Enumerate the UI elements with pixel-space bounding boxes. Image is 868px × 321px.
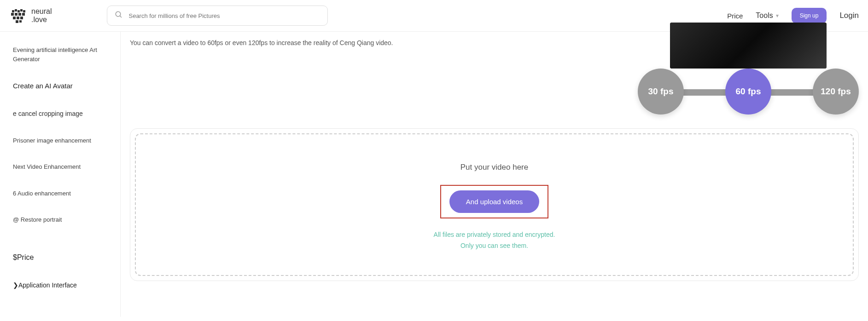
fps-circles: 30 fps 60 fps 120 fps: [638, 69, 859, 115]
svg-rect-5: [11, 13, 14, 16]
svg-point-14: [116, 11, 121, 17]
svg-rect-12: [16, 20, 18, 23]
privacy-text: All files are privately stored and encry…: [434, 229, 555, 252]
privacy-line-2: Only you can see them.: [434, 241, 555, 252]
fps-60-circle: 60 fps: [725, 69, 771, 115]
heart-pixel-icon: [9, 6, 28, 25]
search-icon: [115, 11, 123, 21]
signup-button[interactable]: Sign up: [792, 8, 827, 23]
upload-dropzone[interactable]: Put your video here And upload videos Al…: [135, 133, 854, 276]
upload-title: Put your video here: [460, 163, 528, 172]
privacy-line-1: All files are privately stored and encry…: [434, 229, 555, 241]
search-container: [107, 6, 328, 26]
nav-tools-label: Tools: [756, 11, 773, 20]
upload-container: Put your video here And upload videos Al…: [130, 128, 859, 281]
logo-text: neural .love: [31, 7, 52, 23]
svg-rect-8: [22, 13, 25, 16]
nav-price[interactable]: Price: [727, 12, 743, 20]
fps-display: 30 fps 60 fps 120 fps: [638, 36, 859, 115]
sidebar-item-video-enhance[interactable]: Next Video Enhancement: [0, 158, 120, 176]
upload-button-highlight: And upload videos: [440, 185, 548, 218]
video-preview-image: [670, 23, 827, 69]
svg-rect-2: [17, 10, 20, 12]
logo[interactable]: neural .love: [9, 6, 52, 25]
sidebar-item-audio-enhance[interactable]: 6 Audio enhancement: [0, 184, 120, 203]
sidebar-item-price[interactable]: $Price: [0, 247, 120, 268]
login-link[interactable]: Login: [839, 11, 859, 20]
svg-rect-6: [15, 13, 17, 16]
svg-rect-3: [20, 9, 23, 11]
header-nav: Price Tools ▾ Sign up Login: [727, 8, 859, 23]
top-section: You can convert a video to 60fps or even…: [130, 32, 859, 128]
sidebar-item-crop[interactable]: e cancel cropping image: [0, 104, 120, 123]
svg-rect-13: [19, 20, 22, 23]
layout: Evening artificial intelligence Art Gene…: [0, 32, 868, 317]
svg-rect-1: [15, 9, 17, 11]
nav-tools[interactable]: Tools ▾: [756, 11, 778, 20]
svg-rect-9: [13, 17, 16, 19]
sidebar-item-image-enhance[interactable]: Prisoner image enhancement: [0, 132, 120, 150]
search-input[interactable]: [128, 12, 320, 19]
svg-rect-0: [12, 10, 14, 12]
svg-rect-4: [23, 10, 25, 12]
svg-rect-7: [18, 13, 21, 16]
search-box[interactable]: [107, 6, 328, 26]
upload-button[interactable]: And upload videos: [449, 190, 539, 213]
chevron-down-icon: ▾: [776, 12, 779, 19]
main-content: You can convert a video to 60fps or even…: [121, 32, 868, 317]
sidebar: Evening artificial intelligence Art Gene…: [0, 32, 121, 317]
svg-rect-10: [17, 17, 19, 19]
svg-line-15: [120, 16, 122, 17]
fps-120-circle: 120 fps: [813, 69, 859, 115]
description-block: You can convert a video to 60fps or even…: [130, 36, 393, 46]
svg-rect-11: [20, 17, 23, 19]
fps-30-circle: 30 fps: [638, 69, 684, 115]
sidebar-item-api[interactable]: ❯Application Interface: [0, 276, 120, 295]
sidebar-item-ai-avatar[interactable]: Create an AI Avatar: [0, 76, 120, 96]
sidebar-item-art-generator[interactable]: Evening artificial intelligence Art Gene…: [0, 41, 120, 68]
description-text: You can convert a video to 60fps or even…: [130, 39, 393, 46]
sidebar-item-restore-portrait[interactable]: @ Restore portrait: [0, 211, 120, 229]
